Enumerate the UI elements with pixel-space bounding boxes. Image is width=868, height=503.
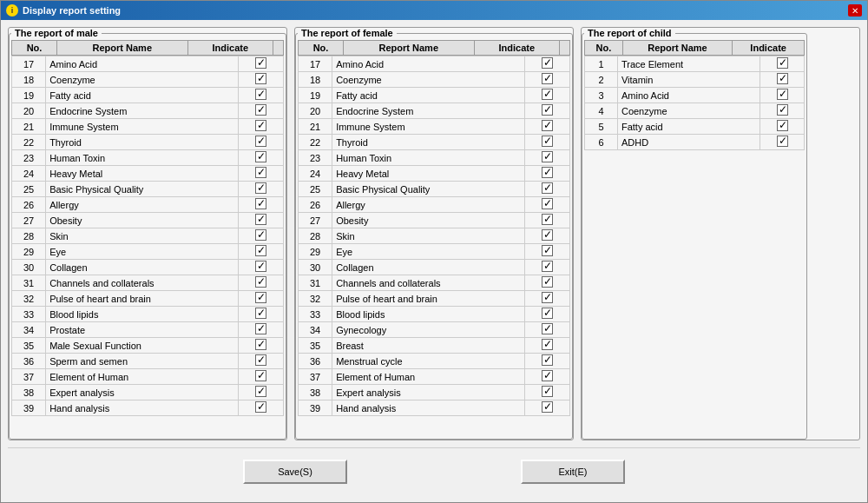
row-checkbox[interactable] — [524, 260, 569, 275]
checkbox-checked-icon[interactable] — [542, 104, 553, 116]
checkbox-checked-icon[interactable] — [255, 151, 266, 162]
checkbox-checked-icon[interactable] — [255, 57, 266, 69]
row-checkbox[interactable] — [238, 182, 283, 197]
checkbox-checked-icon[interactable] — [777, 57, 788, 69]
checkbox-checked-icon[interactable] — [255, 89, 266, 100]
checkbox-checked-icon[interactable] — [255, 308, 266, 319]
row-checkbox[interactable] — [238, 369, 283, 385]
checkbox-checked-icon[interactable] — [777, 120, 788, 131]
checkbox-checked-icon[interactable] — [542, 151, 553, 162]
row-checkbox[interactable] — [238, 119, 283, 135]
checkbox-checked-icon[interactable] — [255, 167, 266, 178]
row-checkbox[interactable] — [238, 385, 283, 400]
row-checkbox[interactable] — [524, 213, 569, 228]
checkbox-checked-icon[interactable] — [542, 401, 553, 413]
checkbox-checked-icon[interactable] — [255, 229, 266, 241]
checkbox-checked-icon[interactable] — [542, 370, 553, 381]
checkbox-checked-icon[interactable] — [542, 276, 553, 288]
checkbox-checked-icon[interactable] — [255, 276, 266, 288]
row-checkbox[interactable] — [524, 338, 569, 354]
row-checkbox[interactable] — [524, 228, 569, 244]
row-checkbox[interactable] — [760, 56, 805, 72]
checkbox-checked-icon[interactable] — [777, 104, 788, 116]
row-checkbox[interactable] — [524, 197, 569, 213]
checkbox-checked-icon[interactable] — [255, 245, 266, 256]
row-checkbox[interactable] — [238, 244, 283, 260]
checkbox-checked-icon[interactable] — [255, 339, 266, 350]
row-checkbox[interactable] — [238, 72, 283, 88]
row-checkbox[interactable] — [524, 354, 569, 369]
save-button[interactable]: Save(S) — [243, 460, 347, 484]
row-checkbox[interactable] — [238, 291, 283, 307]
female-scroll-wrapper[interactable]: 17Amino Acid18Coenzyme19Fatty acid20Endo… — [298, 56, 570, 437]
checkbox-checked-icon[interactable] — [255, 323, 266, 334]
row-checkbox[interactable] — [524, 322, 569, 338]
row-checkbox[interactable] — [238, 135, 283, 150]
checkbox-checked-icon[interactable] — [255, 370, 266, 381]
close-button[interactable]: ✕ — [848, 4, 862, 17]
checkbox-checked-icon[interactable] — [777, 89, 788, 100]
checkbox-checked-icon[interactable] — [542, 386, 553, 397]
checkbox-checked-icon[interactable] — [255, 73, 266, 84]
row-checkbox[interactable] — [760, 119, 805, 135]
row-checkbox[interactable] — [524, 103, 569, 119]
checkbox-checked-icon[interactable] — [542, 57, 553, 69]
checkbox-checked-icon[interactable] — [542, 89, 553, 100]
row-checkbox[interactable] — [760, 88, 805, 103]
exit-button[interactable]: Exit(E) — [521, 460, 625, 484]
male-scroll-wrapper[interactable]: 17Amino Acid18Coenzyme19Fatty acid20Endo… — [11, 56, 284, 437]
row-checkbox[interactable] — [524, 88, 569, 103]
checkbox-checked-icon[interactable] — [542, 214, 553, 225]
row-checkbox[interactable] — [524, 275, 569, 291]
row-checkbox[interactable] — [524, 369, 569, 385]
checkbox-checked-icon[interactable] — [255, 261, 266, 272]
row-checkbox[interactable] — [238, 228, 283, 244]
checkbox-checked-icon[interactable] — [542, 120, 553, 131]
child-scroll-wrapper[interactable]: 1Trace Element2Vitamin3Amino Acid4Coenzy… — [584, 56, 805, 437]
row-checkbox[interactable] — [238, 322, 283, 338]
row-checkbox[interactable] — [238, 307, 283, 322]
checkbox-checked-icon[interactable] — [542, 292, 553, 303]
checkbox-checked-icon[interactable] — [542, 261, 553, 272]
row-checkbox[interactable] — [524, 244, 569, 260]
row-checkbox[interactable] — [760, 103, 805, 119]
checkbox-checked-icon[interactable] — [255, 104, 266, 116]
checkbox-checked-icon[interactable] — [542, 354, 553, 366]
row-checkbox[interactable] — [760, 135, 805, 150]
checkbox-checked-icon[interactable] — [255, 198, 266, 209]
checkbox-checked-icon[interactable] — [542, 339, 553, 350]
checkbox-checked-icon[interactable] — [542, 167, 553, 178]
row-checkbox[interactable] — [524, 72, 569, 88]
row-checkbox[interactable] — [238, 400, 283, 416]
checkbox-checked-icon[interactable] — [255, 354, 266, 366]
checkbox-checked-icon[interactable] — [542, 136, 553, 147]
checkbox-checked-icon[interactable] — [542, 198, 553, 209]
checkbox-checked-icon[interactable] — [777, 136, 788, 147]
row-checkbox[interactable] — [524, 135, 569, 150]
row-checkbox[interactable] — [238, 197, 283, 213]
row-checkbox[interactable] — [524, 119, 569, 135]
checkbox-checked-icon[interactable] — [255, 214, 266, 225]
row-checkbox[interactable] — [238, 103, 283, 119]
checkbox-checked-icon[interactable] — [255, 182, 266, 194]
checkbox-checked-icon[interactable] — [255, 386, 266, 397]
row-checkbox[interactable] — [524, 385, 569, 400]
checkbox-checked-icon[interactable] — [542, 323, 553, 334]
row-checkbox[interactable] — [524, 307, 569, 322]
checkbox-checked-icon[interactable] — [255, 401, 266, 413]
row-checkbox[interactable] — [238, 150, 283, 166]
row-checkbox[interactable] — [238, 88, 283, 103]
checkbox-checked-icon[interactable] — [777, 73, 788, 84]
row-checkbox[interactable] — [238, 166, 283, 182]
row-checkbox[interactable] — [760, 72, 805, 88]
row-checkbox[interactable] — [524, 56, 569, 72]
row-checkbox[interactable] — [238, 338, 283, 354]
row-checkbox[interactable] — [524, 400, 569, 416]
checkbox-checked-icon[interactable] — [255, 120, 266, 131]
checkbox-checked-icon[interactable] — [542, 182, 553, 194]
checkbox-checked-icon[interactable] — [542, 73, 553, 84]
row-checkbox[interactable] — [238, 260, 283, 275]
row-checkbox[interactable] — [238, 213, 283, 228]
checkbox-checked-icon[interactable] — [542, 308, 553, 319]
checkbox-checked-icon[interactable] — [542, 229, 553, 241]
